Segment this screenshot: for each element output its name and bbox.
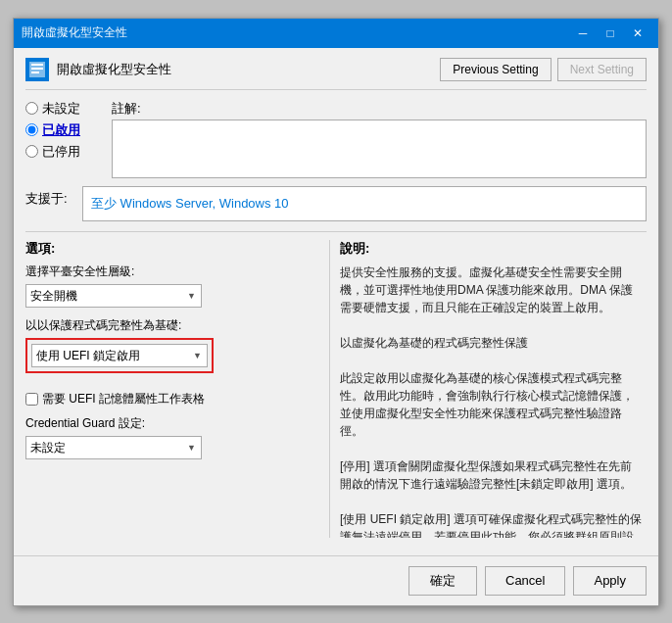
header-left: 開啟虛擬化型安全性: [25, 58, 171, 81]
cancel-button[interactable]: Cancel: [485, 566, 565, 596]
desc-scroll[interactable]: 提供安全性服務的支援。虛擬化基礎安全性需要安全開機，並可選擇性地使用DMA 保護…: [340, 264, 647, 538]
radio-enabled[interactable]: 已啟用: [25, 121, 104, 139]
radio-disabled[interactable]: 已停用: [25, 143, 104, 161]
credential-group: Credential Guard 設定: 未設定 已啟用且鎖定 已啟用且未鎖定: [25, 415, 319, 459]
ok-button[interactable]: 確定: [408, 566, 477, 596]
integrity-group: 以以保護程式碼完整性為基礎: 未設定 使用 UEFI 鎖定啟用 不鎖定啟用 已停…: [25, 317, 319, 381]
support-section: 支援于: 至少 Windows Server, Windows 10: [25, 186, 647, 221]
radio-comment-section: 未設定 已啟用 已停用 註解:: [25, 100, 647, 178]
footer: 確定 Cancel Apply: [14, 555, 658, 605]
uefi-checkbox-label: 需要 UEFI 記憶體屬性工作表格: [42, 391, 205, 407]
maximize-button[interactable]: □: [598, 24, 623, 43]
main-window: 開啟虛擬化型安全性 ─ □ ✕ 開啟虛擬化型安全性: [13, 18, 659, 606]
uefi-checkbox-input[interactable]: [25, 393, 38, 406]
dialog-title: 開啟虛擬化型安全性: [57, 61, 171, 78]
platform-label: 選擇平臺安全性層級:: [25, 264, 319, 280]
next-setting-button[interactable]: Next Setting: [557, 58, 647, 81]
credential-select-wrapper: 未設定 已啟用且鎖定 已啟用且未鎖定: [25, 436, 202, 459]
policy-icon: [25, 58, 49, 81]
options-label: 選項:: [25, 240, 319, 258]
minimize-button[interactable]: ─: [570, 24, 596, 43]
integrity-select-wrapper: 未設定 使用 UEFI 鎖定啟用 不鎖定啟用 已停用: [31, 344, 208, 367]
radio-group: 未設定 已啟用 已停用: [25, 100, 104, 178]
radio-enabled-input[interactable]: [25, 123, 38, 136]
comment-wrapper: [112, 120, 647, 178]
desc-label: 說明:: [340, 240, 647, 258]
dialog-content: 開啟虛擬化型安全性 Previous Setting Next Setting …: [14, 48, 658, 548]
platform-select-wrapper: 安全開機 安全開機及DMA保護: [25, 284, 202, 308]
comment-section: 註解:: [112, 100, 647, 178]
desc-text: 提供安全性服務的支援。虛擬化基礎安全性需要安全開機，並可選擇性地使用DMA 保護…: [340, 264, 643, 538]
platform-group: 選擇平臺安全性層級: 安全開機 安全開機及DMA保護: [25, 264, 319, 308]
credential-select[interactable]: 未設定 已啟用且鎖定 已啟用且未鎖定: [25, 436, 202, 459]
support-value-box: 至少 Windows Server, Windows 10: [82, 186, 647, 221]
window-title: 開啟虛擬化型安全性: [22, 24, 127, 41]
radio-disabled-input[interactable]: [25, 145, 38, 158]
apply-button[interactable]: Apply: [573, 566, 647, 596]
radio-unset[interactable]: 未設定: [25, 100, 104, 118]
radio-unset-input[interactable]: [25, 102, 38, 115]
integrity-select[interactable]: 未設定 使用 UEFI 鎖定啟用 不鎖定啟用 已停用: [31, 344, 208, 367]
main-body: 選項: 選擇平臺安全性層級: 安全開機 安全開機及DMA保護 以以保護程式碼完整…: [25, 231, 647, 538]
platform-select[interactable]: 安全開機 安全開機及DMA保護: [25, 284, 202, 308]
title-bar: 開啟虛擬化型安全性 ─ □ ✕: [14, 19, 658, 48]
window-controls: ─ □ ✕: [570, 24, 650, 43]
prev-setting-button[interactable]: Previous Setting: [440, 58, 551, 81]
header-section: 開啟虛擬化型安全性 Previous Setting Next Setting: [25, 58, 647, 90]
radio-unset-label: 未設定: [42, 100, 80, 118]
policy-svg: [27, 60, 47, 79]
svg-rect-3: [31, 72, 39, 73]
integrity-highlight-box: 未設定 使用 UEFI 鎖定啟用 不鎖定啟用 已停用: [25, 338, 214, 373]
credential-label: Credential Guard 設定:: [25, 415, 319, 432]
close-button[interactable]: ✕: [625, 24, 650, 43]
checkbox-uefi[interactable]: 需要 UEFI 記憶體屬性工作表格: [25, 391, 319, 407]
nav-buttons: Previous Setting Next Setting: [440, 58, 647, 81]
radio-disabled-label: 已停用: [42, 143, 80, 161]
comment-textarea[interactable]: [112, 120, 647, 178]
integrity-label: 以以保護程式碼完整性為基礎:: [25, 317, 319, 334]
radio-enabled-label: 已啟用: [42, 121, 80, 139]
left-panel: 選項: 選擇平臺安全性層級: 安全開機 安全開機及DMA保護 以以保護程式碼完整…: [25, 240, 329, 538]
support-value: 至少 Windows Server, Windows 10: [91, 195, 289, 213]
comment-label: 註解:: [112, 100, 647, 118]
svg-rect-1: [31, 64, 43, 66]
support-label: 支援于:: [25, 186, 74, 208]
right-panel: 說明: 提供安全性服務的支援。虛擬化基礎安全性需要安全開機，並可選擇性地使用DM…: [329, 240, 647, 538]
svg-rect-2: [31, 68, 43, 70]
